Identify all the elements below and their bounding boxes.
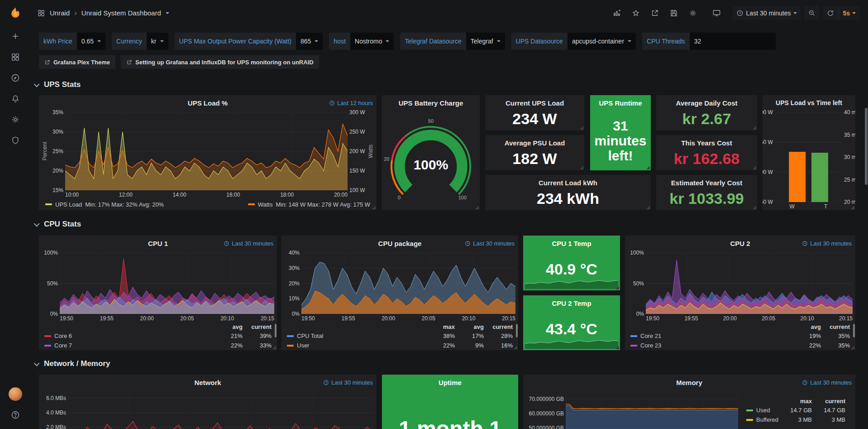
stat-title[interactable]: Average PSU Load	[485, 135, 584, 150]
stat-title[interactable]: Average Daily Cost	[656, 95, 757, 111]
sidebar-item-dashboards[interactable]	[0, 47, 31, 67]
refresh-interval-dropdown[interactable]: 5s	[838, 6, 860, 20]
refresh-button[interactable]	[823, 6, 838, 20]
page-title[interactable]: Unraid System Dashboard	[81, 9, 161, 17]
legend-series-name[interactable]: Core 21	[630, 333, 792, 339]
add-panel-button[interactable]	[609, 6, 625, 20]
section-network-memory[interactable]: Network / Memory	[35, 358, 110, 370]
legend-header[interactable]: current	[821, 323, 850, 330]
chevron-down-icon	[315, 40, 318, 42]
axis-tick: 20:00	[382, 315, 395, 322]
axis-tick: 25%	[52, 148, 63, 154]
legend-scrollbar[interactable]	[853, 324, 855, 337]
variable-dropdown[interactable]: Nostromo	[350, 33, 394, 50]
legend-header[interactable]: current	[812, 398, 845, 405]
stat-title[interactable]: Uptime	[382, 375, 518, 390]
dashboard-link[interactable]: Grafana Plex Theme	[39, 55, 115, 69]
legend-header[interactable]: max	[778, 398, 812, 405]
panel-title-battery[interactable]: UPS Battery Charge	[382, 95, 480, 111]
axis-tick: 20%	[52, 168, 63, 174]
network-chart[interactable]	[68, 392, 374, 429]
variable-dropdown[interactable]: Telegraf	[466, 33, 505, 50]
time-range-picker[interactable]: Last 30 minutes	[733, 6, 801, 20]
ups-bars-chart[interactable]	[775, 112, 842, 202]
sidebar-item-help[interactable]	[0, 405, 31, 425]
stat-title[interactable]: Estimated Yearly Cost	[656, 175, 757, 190]
legend-scrollbar[interactable]	[275, 324, 277, 337]
star-button[interactable]	[628, 6, 644, 20]
variable-dropdown[interactable]: 0.65	[77, 33, 105, 50]
panel-title-memory[interactable]: Memory Last 30 minutes	[523, 375, 855, 390]
legend-scrollbar[interactable]	[516, 324, 518, 337]
sidebar-item-profile[interactable]	[0, 384, 31, 405]
section-cpu-stats[interactable]: CPU Stats	[35, 218, 81, 230]
variable-dropdown[interactable]: 865	[296, 33, 323, 50]
section-ups-stats[interactable]: UPS Stats	[35, 79, 81, 91]
legend-header[interactable]: current	[243, 323, 272, 330]
legend-header[interactable]: max	[426, 323, 455, 330]
legend-series-name[interactable]: Core 7	[44, 342, 214, 349]
panel-title-ups-load[interactable]: UPS Load % Last 12 hours	[39, 95, 377, 111]
variable-dropdown[interactable]: kr	[147, 33, 168, 50]
ups-load-chart[interactable]	[65, 112, 348, 190]
panel-title-cpu-package[interactable]: CPU package Last 30 minutes	[281, 236, 518, 251]
cpu1-chart[interactable]	[60, 253, 274, 314]
cpu-package-chart[interactable]	[301, 253, 515, 314]
stat-title[interactable]: CPU 2 Temp	[523, 295, 620, 311]
legend-value: 9%	[455, 342, 484, 349]
memory-chart[interactable]	[566, 392, 738, 429]
stat-title[interactable]: CPU 1 Temp	[523, 236, 620, 251]
sidebar-item-create[interactable]	[0, 26, 31, 47]
share-button[interactable]	[647, 6, 663, 20]
sidebar-item-explore[interactable]	[0, 67, 31, 88]
dashboard-link[interactable]: Setting up Grafana and InfluxDB for UPS …	[121, 55, 319, 69]
legend-series-name[interactable]: Buffered	[746, 416, 778, 423]
panel-memory: Memory Last 30 minutes 70.000000 GB60.00…	[523, 375, 855, 429]
gauge-value: 100%	[382, 157, 480, 173]
grafana-logo[interactable]	[0, 0, 31, 26]
panel-title-cpu1[interactable]: CPU 1 Last 30 minutes	[39, 236, 277, 251]
legend-value: 14.7 GB	[812, 407, 845, 414]
dashboard-settings-button[interactable]	[685, 6, 701, 20]
stat-title[interactable]: UPS Runtime	[590, 95, 651, 111]
chevron-down-icon	[793, 12, 797, 14]
stat-title[interactable]: This Years Cost	[656, 135, 757, 150]
legend-series-watts[interactable]: Watts Min: 148 W Max: 278 W Avg: 175 W	[248, 201, 370, 208]
sidebar-item-alerting[interactable]	[0, 88, 31, 109]
monitor-icon	[712, 9, 721, 17]
panel-title-network[interactable]: Network Last 30 minutes	[39, 375, 377, 390]
sidebar-item-configuration[interactable]	[0, 109, 31, 130]
cycle-view-button[interactable]	[709, 5, 725, 20]
legend-series-ups-load[interactable]: UPS Load Min: 17% Max: 32% Avg: 20%	[45, 201, 164, 208]
panel-title-cpu2[interactable]: CPU 2 Last 30 minutes	[625, 236, 855, 251]
panel-title-ups-bars[interactable]: UPS Load vs Time left	[763, 95, 855, 111]
cpu2-chart[interactable]	[646, 253, 853, 314]
axis-tick: 250 W	[763, 139, 773, 145]
section-title: CPU Stats	[44, 220, 81, 229]
legend-series-name[interactable]: CPU Total	[287, 333, 426, 339]
stat-title[interactable]: Current UPS Load	[485, 95, 584, 111]
variable-dropdown[interactable]: apcupsd-container	[568, 33, 636, 50]
y-axis-left: 70.000000 GB60.000000 GB50.000000 GB	[526, 392, 566, 429]
variable-input[interactable]: 32	[690, 33, 776, 50]
breadcrumb[interactable]: Unraid › Unraid System Dashboard	[37, 9, 169, 18]
axis-tick: 19:55	[100, 315, 114, 322]
legend-series-name[interactable]: User	[287, 342, 426, 349]
stat-title[interactable]: Current Load kWh	[485, 175, 651, 190]
legend-series-name[interactable]: Core 6	[44, 333, 214, 339]
legend-series-name[interactable]: Used	[746, 407, 778, 414]
legend-series-name[interactable]: Core 23	[630, 342, 792, 349]
legend: UPS Load Min: 17% Max: 32% Avg: 20% Watt…	[39, 198, 377, 210]
breadcrumb-folder[interactable]: Unraid	[50, 9, 70, 17]
legend-color	[630, 335, 637, 337]
panel-time-override: Last 30 minutes	[802, 375, 852, 390]
legend-header[interactable]: avg	[792, 323, 821, 330]
legend-color	[44, 345, 51, 347]
page-scrollbar[interactable]	[865, 108, 868, 185]
clock-icon	[465, 241, 471, 246]
save-button[interactable]	[666, 6, 682, 20]
legend-header[interactable]: avg	[455, 323, 484, 330]
sidebar-item-server-admin[interactable]	[0, 130, 31, 151]
legend-header[interactable]: avg	[214, 323, 243, 330]
legend-header[interactable]: current	[484, 323, 513, 330]
